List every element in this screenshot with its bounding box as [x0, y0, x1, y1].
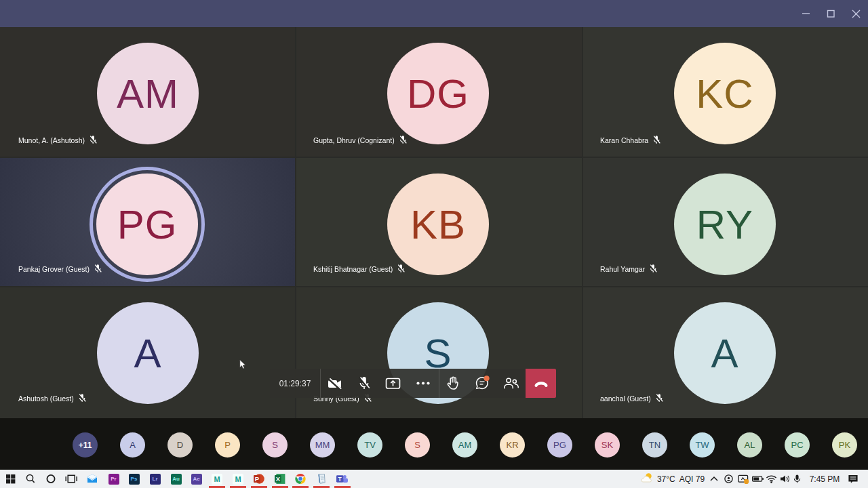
svg-text:P: P — [255, 475, 260, 483]
svg-text:T: T — [338, 476, 342, 483]
svg-text:X: X — [276, 475, 281, 483]
